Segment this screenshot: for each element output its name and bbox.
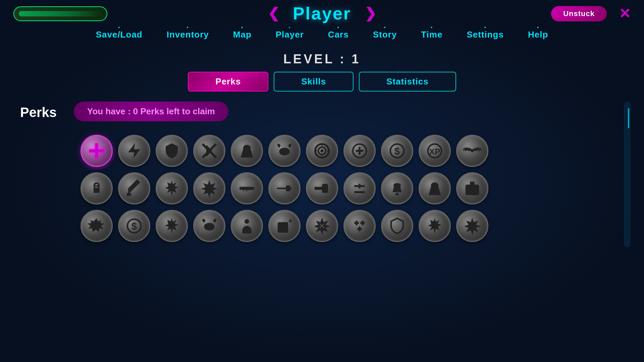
perk-weight2[interactable]: [419, 172, 451, 204]
perk-burst6[interactable]: [456, 210, 488, 242]
shield-symbol: [163, 142, 181, 160]
nav-item-save-load[interactable]: Save/Load: [84, 27, 155, 43]
nav-item-inventory[interactable]: Inventory: [155, 27, 221, 43]
nav-item-help[interactable]: Help: [516, 27, 560, 43]
xp-symbol: XP: [426, 142, 444, 160]
perk-hammer-alt[interactable]: [118, 172, 150, 204]
perk-burst2[interactable]: [193, 172, 225, 204]
explosion-symbol: [88, 217, 106, 235]
perk-xp[interactable]: XP: [419, 135, 451, 167]
perks-notification: You have : 0 Perks left to claim: [74, 102, 228, 121]
person-symbol: [238, 217, 256, 235]
tab-skills[interactable]: Skills: [274, 72, 354, 92]
money2-symbol: $: [125, 217, 143, 235]
weight2-symbol: [426, 179, 444, 197]
medkit-symbol: [463, 179, 481, 197]
plus-symbol: [88, 142, 106, 160]
perk-plus-icon[interactable]: [80, 135, 113, 167]
perk-burst3[interactable]: [156, 210, 188, 242]
scrollbar-thumb: [628, 108, 629, 128]
next-arrow[interactable]: ❯: [365, 6, 376, 20]
perk-money[interactable]: $: [381, 135, 413, 167]
perk-row-2: HP: [74, 172, 617, 204]
main-content: Perks You have : 0 Perks left to claim: [0, 98, 644, 247]
perk-bull2[interactable]: [193, 210, 225, 242]
prev-arrow[interactable]: ❮: [268, 6, 279, 20]
perk-medplus[interactable]: +: [268, 210, 301, 242]
burst1-symbol: [163, 179, 181, 197]
burst3-symbol: [163, 217, 181, 235]
shield2-symbol: [388, 217, 406, 235]
bull2-symbol: [200, 217, 218, 235]
target-symbol: [313, 142, 331, 160]
tab-statistics[interactable]: Statistics: [359, 72, 456, 92]
nav-item-story[interactable]: Story: [361, 27, 409, 43]
perk-shield[interactable]: [156, 135, 188, 167]
progress-fill: [19, 11, 102, 16]
plus2-symbol: [351, 217, 369, 235]
locked-weight-symbol: [88, 179, 106, 197]
perk-person[interactable]: [231, 210, 263, 242]
svg-rect-36: [470, 182, 475, 186]
svg-point-4: [281, 151, 283, 153]
combat-symbol: [200, 142, 218, 160]
svg-rect-27: [286, 185, 291, 191]
money-symbol: $: [388, 142, 406, 160]
perk-speed[interactable]: [118, 135, 150, 167]
perk-plus-minus[interactable]: [343, 172, 376, 204]
burst2-symbol: [200, 179, 218, 197]
perk-shield2[interactable]: [381, 210, 413, 242]
perk-combat[interactable]: [193, 135, 225, 167]
perk-burst5[interactable]: [419, 210, 451, 242]
nav-item-settings[interactable]: Settings: [454, 27, 516, 43]
section-title-perks: Perks: [13, 102, 67, 247]
perk-add-circle[interactable]: [343, 135, 376, 167]
content-wrapper: You have : 0 Perks left to claim: [74, 102, 631, 247]
perk-burst1[interactable]: [156, 172, 188, 204]
title-area: ❮ Player ❯: [268, 3, 376, 23]
svg-rect-21: [94, 188, 100, 193]
perk-hp[interactable]: HP: [231, 172, 263, 204]
perk-down-weight[interactable]: [381, 172, 413, 204]
burst5-symbol: [426, 217, 444, 235]
hammer-alt-symbol: [125, 179, 143, 197]
perk-locked-weight[interactable]: [80, 172, 113, 204]
scrollbar[interactable]: [624, 102, 631, 247]
svg-rect-45: [280, 226, 286, 229]
medplus-symbol: +: [275, 217, 293, 235]
svg-point-8: [321, 149, 324, 153]
svg-text:$: $: [131, 221, 137, 232]
svg-text:XP: XP: [429, 147, 440, 156]
unstuck-button[interactable]: Unstuck: [551, 6, 607, 21]
nav-item-map[interactable]: Map: [221, 27, 264, 43]
burst6-symbol: [463, 217, 481, 235]
top-bar: ❮ Player ❯ Unstuck ✕: [0, 0, 644, 21]
tab-perks[interactable]: Perks: [188, 72, 268, 92]
hammer-symbol: [313, 179, 331, 197]
perk-money2[interactable]: $: [118, 210, 150, 242]
perk-signal[interactable]: [456, 135, 488, 167]
svg-point-41: [245, 219, 249, 224]
nav-item-time[interactable]: Time: [409, 27, 454, 43]
perk-explosion[interactable]: [80, 210, 113, 242]
add-circle-symbol: [351, 142, 369, 160]
perk-medkit[interactable]: [456, 172, 488, 204]
svg-text:HP: HP: [243, 186, 251, 193]
svg-rect-29: [322, 184, 328, 193]
nav-bar: Save/Load Inventory Map Player Cars Stor…: [0, 21, 644, 45]
perk-target[interactable]: [306, 135, 338, 167]
nav-item-cars[interactable]: Cars: [316, 27, 361, 43]
bull-symbol: [275, 142, 293, 160]
perk-burst4[interactable]: [306, 210, 338, 242]
perk-bull[interactable]: [268, 135, 301, 167]
perk-plus2[interactable]: [343, 210, 376, 242]
level-display: LEVEL : 1: [0, 45, 644, 72]
perk-weapon[interactable]: [268, 172, 301, 204]
nav-item-player[interactable]: Player: [264, 27, 316, 43]
close-button[interactable]: ✕: [619, 7, 631, 21]
svg-rect-42: [246, 226, 249, 232]
svg-point-5: [286, 151, 288, 153]
perk-hammer[interactable]: [306, 172, 338, 204]
perk-weight[interactable]: [231, 135, 263, 167]
speed-symbol: [125, 142, 143, 160]
